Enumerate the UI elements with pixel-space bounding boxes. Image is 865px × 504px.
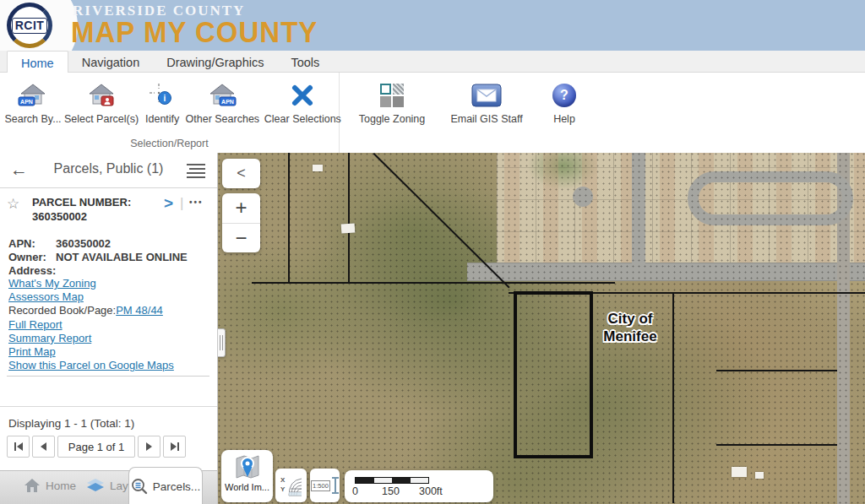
parcel-line bbox=[716, 370, 837, 371]
button-label: Identify bbox=[145, 113, 179, 125]
whats-my-zoning-link[interactable]: What's My Zoning bbox=[8, 277, 96, 290]
menu-icon[interactable] bbox=[187, 164, 205, 181]
field-apn: APN:360350002 bbox=[8, 237, 188, 251]
button-label: Toggle Zoning bbox=[359, 113, 426, 125]
print-map-link[interactable]: Print Map bbox=[8, 345, 56, 358]
parcel-number-label: PARCEL NUMBER: bbox=[32, 196, 131, 209]
tools-group: Toggle Zoning Email GIS Staff bbox=[340, 73, 586, 153]
parcel-number-value: 360350002 bbox=[32, 210, 87, 223]
field-owner: Owner:NOT AVAILABLE ONLINE bbox=[8, 251, 188, 264]
button-label: Other Searches bbox=[186, 113, 260, 125]
tab-drawing-graphics[interactable]: Drawing/Graphics bbox=[153, 51, 277, 72]
selection-report-group: APN Search By... Select Parcel(s bbox=[0, 73, 340, 153]
panel-resize-grip[interactable] bbox=[218, 328, 226, 357]
parcel-line bbox=[716, 444, 837, 446]
home-icon bbox=[24, 478, 41, 493]
clear-selections-button[interactable]: Clear Selections bbox=[262, 78, 343, 127]
recorded-book-page-label: Recorded Book/Page: bbox=[8, 304, 116, 317]
button-label: Help bbox=[553, 113, 575, 125]
scale-bar: 0 150 300ft bbox=[345, 470, 493, 502]
other-searches-button[interactable]: APN Other Searches bbox=[182, 78, 262, 127]
footer-tab-parcels[interactable]: Parcels... bbox=[128, 467, 203, 504]
city-of-menifee-label: City of Menifee bbox=[579, 310, 682, 345]
parcel-line bbox=[288, 153, 290, 283]
parcels-search-icon bbox=[131, 478, 148, 495]
parcel-links: What's My Zoning Assessors Map Recorded … bbox=[8, 277, 174, 372]
identify-crosshair-icon: i bbox=[149, 79, 176, 111]
tab-navigation[interactable]: Navigation bbox=[68, 51, 154, 72]
map-scale-button[interactable]: 1:500 bbox=[310, 469, 340, 502]
button-label: Search By... bbox=[4, 113, 61, 125]
rcit-logo-text: RCIT bbox=[12, 18, 48, 34]
ribbon-tabstrip: Home Navigation Drawing/Graphics Tools bbox=[0, 51, 865, 73]
building bbox=[732, 467, 747, 477]
select-parcels-button[interactable]: Select Parcel(s) bbox=[61, 78, 142, 127]
scale-label-0: 0 bbox=[352, 485, 358, 497]
divider bbox=[7, 376, 209, 377]
parcel-line bbox=[252, 282, 615, 284]
identify-button[interactable]: i Identify bbox=[142, 78, 182, 127]
panel-collapse-button[interactable]: < bbox=[222, 159, 260, 188]
zoom-in-button[interactable]: + bbox=[222, 193, 260, 224]
layers-icon bbox=[86, 478, 105, 493]
first-page-button[interactable] bbox=[7, 436, 30, 458]
basemap-button[interactable]: World Im... bbox=[221, 450, 273, 502]
basemap-label: World Im... bbox=[225, 482, 269, 492]
chevron-right-icon[interactable]: > bbox=[164, 194, 173, 213]
previous-page-button[interactable] bbox=[32, 436, 55, 458]
more-options-icon[interactable]: ••• bbox=[189, 198, 204, 207]
svg-text:X: X bbox=[280, 476, 286, 484]
parcel-fields: APN:360350002 Owner:NOT AVAILABLE ONLINE… bbox=[8, 237, 188, 278]
assessors-map-link[interactable]: Assessors Map bbox=[8, 290, 84, 303]
full-report-link[interactable]: Full Report bbox=[8, 318, 63, 331]
building bbox=[755, 472, 764, 479]
scale-label-150: 150 bbox=[382, 485, 400, 497]
svg-text:APN: APN bbox=[221, 99, 234, 105]
email-gis-staff-button[interactable]: Email GIS Staff bbox=[444, 78, 529, 127]
zoning-grid-icon bbox=[380, 79, 404, 111]
next-page-button[interactable] bbox=[138, 436, 160, 458]
scale-bar-segments bbox=[355, 477, 429, 484]
page-title: MAP MY COUNTY bbox=[71, 16, 318, 50]
divider: | bbox=[180, 195, 183, 212]
footer-tab-home[interactable]: Home bbox=[24, 478, 76, 493]
panel-header: ← Parcels, Public (1) bbox=[0, 153, 217, 188]
zoom-control: + − bbox=[222, 193, 260, 252]
summary-report-link[interactable]: Summary Report bbox=[8, 332, 91, 344]
basemap-pin-icon bbox=[234, 453, 261, 480]
parcels-results-panel: ← Parcels, Public (1) ☆ PARCEL NUMBER: 3… bbox=[0, 153, 218, 504]
ribbon-group-label: Selection/Report bbox=[0, 138, 339, 149]
house-apn-icon: APN bbox=[18, 79, 48, 111]
building bbox=[341, 223, 356, 233]
results-count: Displaying 1 - 1 (Total: 1) bbox=[8, 417, 134, 430]
house-apn-icon: APN bbox=[207, 79, 237, 111]
panel-footer-tabs: Home Layers Parcels... bbox=[0, 470, 217, 504]
app-header: RCIT RIVERSIDE COUNTY MAP MY COUNTY bbox=[0, 0, 865, 51]
map-viewport[interactable]: City of Menifee < + − World Im... X Y bbox=[218, 153, 865, 504]
svg-text:i: i bbox=[164, 94, 166, 103]
xy-graticule-icon: X Y bbox=[280, 474, 302, 497]
rcit-logo: RCIT bbox=[7, 3, 52, 48]
map-my-county-app: RCIT RIVERSIDE COUNTY MAP MY COUNTY Home… bbox=[0, 0, 865, 504]
house-select-icon bbox=[86, 79, 117, 111]
svg-text:Y: Y bbox=[280, 485, 286, 493]
scale-value: 1:500 bbox=[311, 480, 330, 491]
svg-text:APN: APN bbox=[20, 99, 33, 105]
recorded-book-page-link[interactable]: PM 48/44 bbox=[116, 304, 163, 317]
help-button[interactable]: ? Help bbox=[542, 78, 586, 127]
coordinates-button[interactable]: X Y bbox=[275, 469, 307, 502]
toggle-zoning-button[interactable]: Toggle Zoning bbox=[355, 78, 429, 127]
star-icon[interactable]: ☆ bbox=[7, 195, 19, 213]
last-page-button[interactable] bbox=[163, 436, 186, 458]
button-label: Select Parcel(s) bbox=[64, 113, 139, 125]
pagination: Page 1 of 1 bbox=[7, 436, 186, 458]
help-icon: ? bbox=[552, 79, 576, 111]
tab-home[interactable]: Home bbox=[7, 51, 68, 73]
email-icon bbox=[471, 79, 502, 111]
google-maps-link[interactable]: Show this Parcel on Google Maps bbox=[8, 359, 174, 371]
zoom-out-button[interactable]: − bbox=[222, 224, 260, 253]
search-by-button[interactable]: APN Search By... bbox=[5, 78, 61, 127]
clear-x-icon bbox=[290, 79, 315, 111]
divider bbox=[0, 406, 217, 407]
tab-tools[interactable]: Tools bbox=[277, 51, 333, 72]
